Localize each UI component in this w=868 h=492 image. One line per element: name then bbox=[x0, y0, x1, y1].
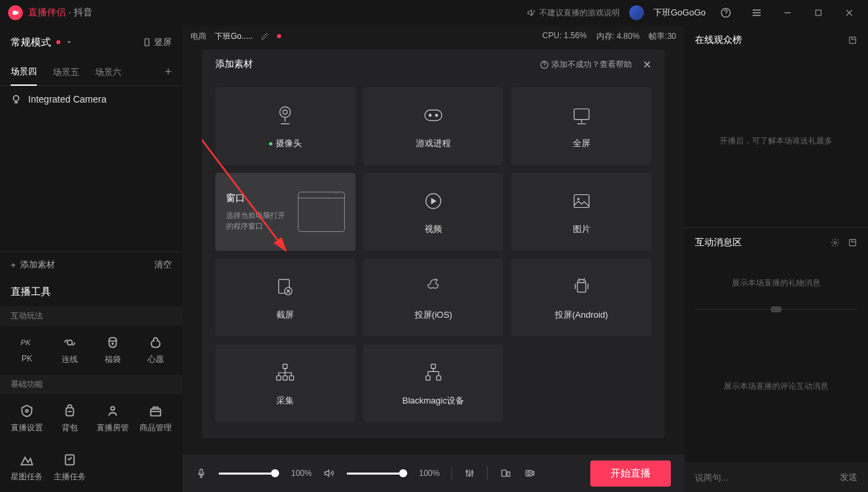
menu-icon[interactable] bbox=[746, 2, 767, 23]
source-tile-capture[interactable]: 截屏 bbox=[215, 259, 356, 336]
ecommerce-tag[interactable]: 电商 bbox=[191, 31, 207, 42]
send-button[interactable]: 发送 bbox=[840, 471, 857, 483]
svg-rect-2 bbox=[816, 10, 821, 15]
popout-icon[interactable] bbox=[848, 36, 857, 45]
svg-point-7 bbox=[25, 410, 28, 412]
fps-stat: 帧率:30 bbox=[649, 31, 676, 42]
close-button[interactable] bbox=[838, 2, 860, 23]
chevron-down-icon bbox=[66, 39, 72, 46]
tool-moderator[interactable]: 直播房管 bbox=[91, 401, 134, 436]
gear-icon[interactable] bbox=[830, 238, 840, 247]
tool-settings[interactable]: 直播设置 bbox=[5, 401, 48, 436]
add-source-button[interactable]: +添加素材 bbox=[11, 259, 55, 271]
svg-rect-40 bbox=[507, 472, 510, 477]
tool-xingtu[interactable]: 星图任务 bbox=[5, 450, 48, 485]
tools-header: 直播工具 bbox=[0, 278, 182, 306]
main-area: 电商 下班Go..... CPU: 1.56% 内存: 4.80% 帧率:30 … bbox=[182, 25, 684, 492]
window-icon bbox=[298, 192, 345, 232]
mic-slider[interactable] bbox=[219, 473, 279, 475]
tools-category: 基础功能 bbox=[0, 375, 182, 394]
brand-suffix: · 抖音 bbox=[68, 7, 93, 19]
clear-sources-button[interactable]: 清空 bbox=[154, 259, 172, 271]
source-item[interactable]: Integrated Camera bbox=[0, 86, 182, 113]
svg-point-27 bbox=[583, 281, 584, 282]
scene-tab[interactable]: 场景四 bbox=[11, 59, 37, 86]
svg-rect-19 bbox=[574, 109, 589, 120]
record-icon[interactable] bbox=[524, 468, 536, 479]
mode-title[interactable]: 常规模式 bbox=[11, 36, 51, 49]
svg-rect-39 bbox=[502, 470, 506, 476]
svg-point-17 bbox=[429, 114, 431, 116]
tool-lianxian[interactable]: 连线 bbox=[48, 332, 91, 368]
layout-icon[interactable] bbox=[500, 468, 512, 479]
modal-title: 添加素材 bbox=[215, 58, 253, 70]
source-tile-camera[interactable]: 摄像头 bbox=[215, 87, 356, 165]
messages-title: 互动消息区 bbox=[695, 237, 742, 249]
svg-text:PK: PK bbox=[21, 339, 31, 347]
scene-tabs: 场景四 场景五 场景六 + bbox=[0, 59, 182, 86]
svg-point-18 bbox=[435, 114, 437, 116]
tool-products[interactable]: 商品管理 bbox=[134, 401, 177, 436]
add-scene-button[interactable]: + bbox=[164, 65, 172, 79]
svg-rect-31 bbox=[290, 376, 294, 380]
stream-title[interactable]: 下班Go..... bbox=[215, 31, 253, 42]
source-tile-fullscreen[interactable]: 全屏 bbox=[511, 87, 651, 165]
right-panel: 在线观众榜 开播后，可了解本场谁送礼最多 互动消息区 展示本场直播的礼物消息 展… bbox=[684, 25, 868, 492]
mic-percent: 100% bbox=[291, 469, 312, 478]
source-tile-collect[interactable]: 采集 bbox=[215, 345, 356, 422]
minimize-button[interactable] bbox=[777, 2, 798, 23]
mixer-icon[interactable] bbox=[464, 468, 475, 479]
svg-point-9 bbox=[111, 407, 115, 411]
source-tile-game[interactable]: 游戏进程 bbox=[364, 87, 504, 165]
source-tile-image[interactable]: 图片 bbox=[511, 173, 651, 251]
orientation-toggle[interactable]: 竖屏 bbox=[142, 36, 172, 48]
source-tile-cast-ios[interactable]: 投屏(iOS) bbox=[364, 259, 504, 336]
svg-point-26 bbox=[579, 281, 580, 282]
svg-rect-34 bbox=[437, 376, 441, 380]
svg-rect-45 bbox=[849, 239, 855, 245]
source-tile-window[interactable]: 窗口 选择当前电脑打开的程序窗口 bbox=[215, 173, 356, 251]
source-tile-video[interactable]: 视频 bbox=[364, 173, 504, 251]
scene-tab[interactable]: 场景六 bbox=[95, 60, 121, 85]
active-dot-icon bbox=[269, 142, 272, 145]
tool-tasks[interactable]: 主播任务 bbox=[48, 450, 91, 485]
start-stream-button[interactable]: 开始直播 bbox=[590, 460, 671, 487]
tool-fubag[interactable]: 福袋 bbox=[91, 332, 134, 368]
maximize-button[interactable] bbox=[808, 2, 829, 23]
modal-help-link[interactable]: 添加不成功？查看帮助 bbox=[540, 59, 632, 70]
popout-icon[interactable] bbox=[848, 238, 857, 247]
svg-point-14 bbox=[280, 107, 290, 117]
speaker-slider[interactable] bbox=[347, 473, 407, 475]
game-warning-link[interactable]: 不建议直播的游戏说明 bbox=[527, 7, 620, 19]
source-tile-blackmagic[interactable]: Blackmagic设备 bbox=[364, 345, 504, 422]
tool-backpack[interactable]: 背包 bbox=[48, 401, 91, 436]
svg-point-38 bbox=[472, 471, 474, 473]
close-modal-button[interactable]: ✕ bbox=[643, 58, 651, 71]
svg-rect-21 bbox=[574, 195, 589, 208]
svg-rect-25 bbox=[577, 283, 586, 292]
svg-point-15 bbox=[283, 110, 287, 114]
svg-point-44 bbox=[834, 241, 836, 244]
svg-point-6 bbox=[112, 343, 113, 345]
resize-handle[interactable] bbox=[695, 309, 857, 310]
tool-pk[interactable]: PKPK bbox=[5, 332, 48, 368]
svg-rect-32 bbox=[431, 364, 435, 368]
tool-xinyuan[interactable]: 心愿 bbox=[134, 332, 177, 368]
source-tile-cast-android[interactable]: 投屏(Android) bbox=[511, 259, 651, 336]
username[interactable]: 下班GoGoGo bbox=[653, 7, 706, 19]
speaker-icon[interactable] bbox=[324, 468, 335, 479]
add-source-modal: 添加素材 添加不成功？查看帮助 ✕ 摄像头 bbox=[202, 50, 665, 438]
svg-rect-41 bbox=[526, 471, 532, 476]
svg-rect-35 bbox=[200, 469, 203, 475]
scene-tab[interactable]: 场景五 bbox=[53, 60, 79, 85]
user-avatar[interactable] bbox=[629, 5, 644, 20]
svg-point-37 bbox=[469, 474, 471, 476]
audio-bar: 100% 100% 开始直播 bbox=[182, 454, 684, 492]
mic-icon[interactable] bbox=[196, 468, 207, 479]
svg-point-42 bbox=[528, 472, 531, 475]
edit-icon[interactable] bbox=[261, 32, 269, 40]
help-icon[interactable] bbox=[715, 2, 737, 23]
svg-point-22 bbox=[577, 198, 579, 200]
svg-rect-30 bbox=[283, 376, 287, 380]
chat-input[interactable] bbox=[695, 473, 832, 483]
